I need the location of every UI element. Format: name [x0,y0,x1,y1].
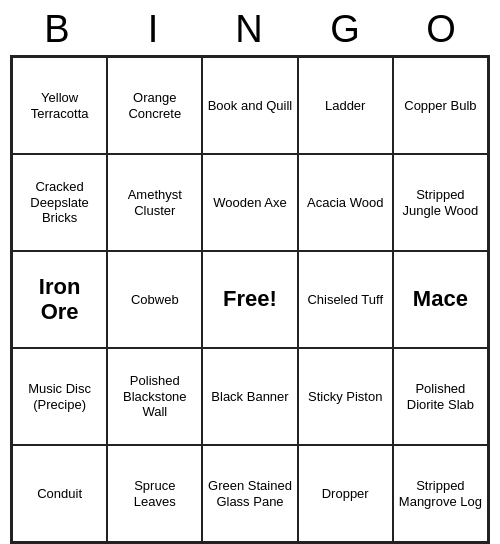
bingo-cell-11: Cobweb [107,251,202,348]
bingo-cell-12: Free! [202,251,297,348]
bingo-cell-13: Chiseled Tuff [298,251,393,348]
bingo-cell-21: Spruce Leaves [107,445,202,542]
bingo-cell-18: Sticky Piston [298,348,393,445]
bingo-cell-8: Acacia Wood [298,154,393,251]
bingo-letter: G [301,8,391,51]
bingo-cell-7: Wooden Axe [202,154,297,251]
bingo-cell-20: Conduit [12,445,107,542]
bingo-cell-14: Mace [393,251,488,348]
bingo-cell-24: Stripped Mangrove Log [393,445,488,542]
bingo-cell-6: Amethyst Cluster [107,154,202,251]
bingo-letter: B [13,8,103,51]
bingo-cell-3: Ladder [298,57,393,154]
bingo-letter: I [109,8,199,51]
bingo-cell-2: Book and Quill [202,57,297,154]
bingo-cell-16: Polished Blackstone Wall [107,348,202,445]
bingo-letter: O [397,8,487,51]
bingo-letter: N [205,8,295,51]
bingo-cell-10: Iron Ore [12,251,107,348]
bingo-cell-9: Stripped Jungle Wood [393,154,488,251]
bingo-cell-22: Green Stained Glass Pane [202,445,297,542]
bingo-cell-19: Polished Diorite Slab [393,348,488,445]
bingo-cell-23: Dropper [298,445,393,542]
bingo-cell-4: Copper Bulb [393,57,488,154]
bingo-cell-1: Orange Concrete [107,57,202,154]
bingo-cell-0: Yellow Terracotta [12,57,107,154]
bingo-title: BINGO [10,0,490,55]
bingo-cell-17: Black Banner [202,348,297,445]
bingo-grid: Yellow TerracottaOrange ConcreteBook and… [10,55,490,544]
bingo-cell-15: Music Disc (Precipe) [12,348,107,445]
bingo-cell-5: Cracked Deepslate Bricks [12,154,107,251]
